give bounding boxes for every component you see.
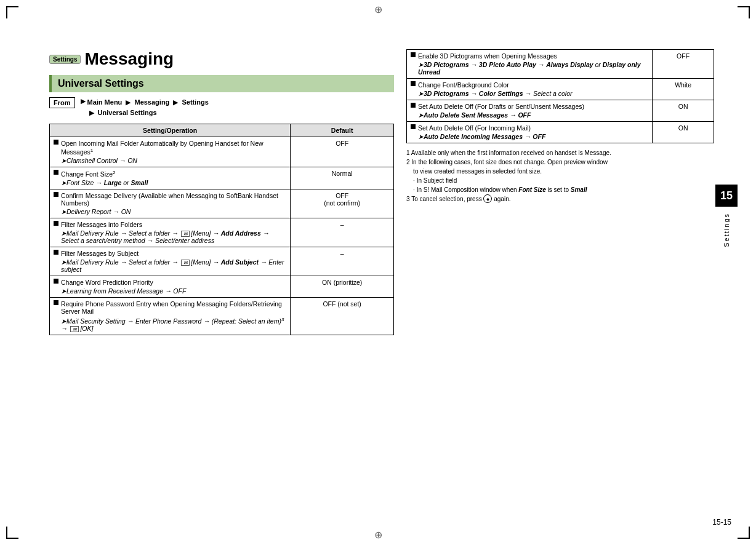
- sub-setting: ➤3D Pictograms → 3D Picto Auto Play → Al…: [418, 61, 648, 76]
- corner-mark-tr: [738, 6, 750, 18]
- right-content: Enable 3D Pictograms when Opening Messag…: [406, 49, 714, 204]
- setting-name-cell: Filter Messages by Subject ➤Mail Deliver…: [50, 247, 291, 276]
- bullet-icon: [411, 81, 416, 86]
- setting-text: Open Incoming Mail Folder Automatically …: [61, 140, 263, 156]
- bullet-icon: [54, 300, 58, 305]
- setting-default-cell: OFF(not confirm): [291, 189, 394, 218]
- top-crosshair: ⊕: [374, 5, 382, 15]
- setting-default-cell: OFF: [291, 137, 394, 167]
- breadcrumb-arrow1: ▶: [81, 97, 86, 105]
- right-default-cell: ON: [653, 100, 714, 122]
- table-row: Enable 3D Pictograms when Opening Messag…: [407, 50, 714, 79]
- right-settings-table: Enable 3D Pictograms when Opening Messag…: [406, 49, 714, 143]
- setting-text: Change Font/Background Color: [418, 81, 509, 89]
- bullet-icon: [54, 170, 58, 175]
- bullet-icon: [54, 140, 58, 145]
- table-row: Require Phone Password Entry when Openin…: [50, 298, 394, 335]
- setting-text: Change Font Size2: [61, 170, 116, 178]
- col2-header: Default: [291, 124, 394, 137]
- setting-name-cell: Change Word Prediction Priority ➤Learnin…: [50, 276, 291, 298]
- sub-setting: ➤Auto Delete Sent Messages → OFF: [418, 111, 584, 119]
- sub-setting: ➤3D Pictograms → Color Settings → Select…: [418, 90, 573, 97]
- footnote-2c: · In Subject field: [406, 176, 714, 185]
- sub-setting: ➤Font Size → Large or Small: [61, 179, 148, 186]
- setting-name-cell: Enable 3D Pictograms when Opening Messag…: [407, 50, 653, 79]
- setting-name-cell: Require Phone Password Entry when Openin…: [50, 298, 291, 335]
- setting-text: Enable 3D Pictograms when Opening Messag…: [418, 52, 557, 60]
- page-number: 15-15: [712, 518, 731, 527]
- breadcrumb-settings: Settings: [182, 98, 208, 106]
- section-header: Universal Settings: [49, 75, 394, 92]
- sub-setting: ➤Mail Delivery Rule → Select a folder → …: [61, 229, 286, 244]
- bullet-icon: [411, 124, 416, 129]
- title-text: Messaging: [84, 49, 174, 69]
- setting-name-cell: Set Auto Delete Off (For Incoming Mail) …: [407, 122, 653, 143]
- sub-setting: ➤Mail Delivery Rule → Select a folder → …: [61, 258, 286, 273]
- right-default-cell: OFF: [653, 50, 714, 79]
- from-badge: From: [49, 97, 75, 108]
- page-title: Settings Messaging: [49, 49, 394, 69]
- table-row: Set Auto Delete Off (For Drafts or Sent/…: [407, 100, 714, 122]
- sub-setting: ➤Clamshell Control → ON: [61, 157, 286, 164]
- table-row: Change Font Size2 ➤Font Size → Large or …: [50, 167, 394, 189]
- footnote-2a: 2 In the following cases, font size does…: [406, 157, 714, 167]
- table-row: Change Font/Background Color ➤3D Pictogr…: [407, 79, 714, 100]
- setting-name-cell: Change Font/Background Color ➤3D Pictogr…: [407, 79, 653, 100]
- setting-default-cell: OFF (not set): [291, 298, 394, 335]
- chapter-label: Settings: [723, 213, 730, 247]
- chapter-section: 15 Settings: [715, 185, 738, 247]
- footnote-2d: · In S! Mail Composition window when Fon…: [406, 185, 714, 194]
- table-row: Set Auto Delete Off (For Incoming Mail) …: [407, 122, 714, 143]
- page-container: ⊕ ⊕ Settings Messaging Universal Setting…: [0, 0, 756, 545]
- setting-name-cell: Change Font Size2 ➤Font Size → Large or …: [50, 167, 291, 189]
- col1-header: Setting/Operation: [50, 124, 291, 137]
- setting-text: Set Auto Delete Off (For Incoming Mail): [418, 124, 531, 132]
- setting-name-cell: Confirm Message Delivery (Available when…: [50, 189, 291, 218]
- setting-text: Require Phone Password Entry when Openin…: [61, 300, 282, 315]
- table-row: Confirm Message Delivery (Available when…: [50, 189, 394, 218]
- table-row: Filter Messages into Folders ➤Mail Deliv…: [50, 218, 394, 247]
- corner-mark-tl: [6, 6, 18, 18]
- setting-text: Change Word Prediction Priority: [61, 279, 153, 286]
- footnote-1: 1 Available only when the first informat…: [406, 148, 714, 157]
- setting-text: Filter Messages by Subject: [61, 250, 139, 257]
- bullet-icon: [411, 103, 416, 108]
- table-row: Filter Messages by Subject ➤Mail Deliver…: [50, 247, 394, 276]
- setting-default-cell: –: [291, 218, 394, 247]
- bullet-icon: [411, 52, 416, 57]
- right-default-cell: White: [653, 79, 714, 100]
- bottom-crosshair: ⊕: [374, 530, 382, 540]
- sub-setting: ➤Delivery Report → ON: [61, 208, 286, 215]
- breadcrumb-arrow4: ▶: [89, 109, 96, 116]
- chapter-number: 15: [715, 185, 738, 207]
- setting-name-cell: Open Incoming Mail Folder Automatically …: [50, 137, 291, 167]
- breadcrumb-arrow3: ▶: [173, 98, 180, 106]
- settings-badge: Settings: [49, 55, 81, 64]
- bullet-icon: [54, 250, 58, 255]
- bullet-icon: [54, 192, 58, 197]
- breadcrumb: From ▶ Main Menu ▶ Messaging ▶ Settings …: [49, 97, 394, 117]
- settings-table: Setting/Operation Default Open Incoming …: [49, 124, 394, 335]
- breadcrumb-text: Main Menu ▶ Messaging ▶ Settings ▶ Unive…: [87, 97, 209, 117]
- setting-text: Set Auto Delete Off (For Drafts or Sent/…: [418, 103, 584, 110]
- footnote-2b: to view created messages in selected fon…: [406, 167, 714, 176]
- bullet-icon: [54, 279, 58, 284]
- footnote-3: 3 To cancel selection, press ● again.: [406, 194, 714, 204]
- setting-default-cell: –: [291, 247, 394, 276]
- setting-name-cell: Filter Messages into Folders ➤Mail Deliv…: [50, 218, 291, 247]
- corner-mark-bl: [6, 527, 18, 539]
- footnotes: 1 Available only when the first informat…: [406, 148, 714, 204]
- setting-text: Filter Messages into Folders: [61, 221, 142, 228]
- breadcrumb-messaging: Messaging: [134, 98, 169, 106]
- bullet-icon: [54, 221, 58, 226]
- table-row: Open Incoming Mail Folder Automatically …: [50, 137, 394, 167]
- setting-name-cell: Set Auto Delete Off (For Drafts or Sent/…: [407, 100, 653, 122]
- breadcrumb-mainmenu: Main Menu: [87, 98, 123, 106]
- sub-setting: ➤Auto Delete Incoming Messages → OFF: [418, 133, 545, 140]
- right-default-cell: ON: [653, 122, 714, 143]
- setting-default-cell: Normal: [291, 167, 394, 189]
- setting-text: Confirm Message Delivery (Available when…: [61, 192, 278, 207]
- breadcrumb-arrow2: ▶: [126, 98, 132, 106]
- sub-setting: ➤Learning from Received Message → OFF: [61, 287, 186, 295]
- breadcrumb-universal: Universal Settings: [98, 109, 157, 116]
